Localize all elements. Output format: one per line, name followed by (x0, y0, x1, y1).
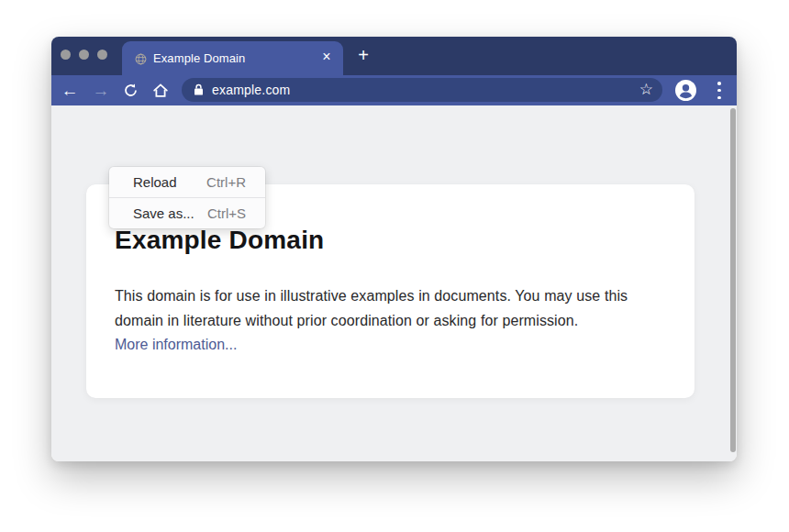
bookmark-star-icon[interactable]: ☆ (639, 81, 653, 99)
lock-icon (194, 83, 204, 100)
window-zoom-button[interactable] (97, 50, 107, 60)
page-title: Example Domain (115, 226, 324, 255)
forward-button[interactable]: → (90, 75, 112, 105)
context-menu: Reload Ctrl+R Save as... Ctrl+S (109, 167, 265, 228)
menu-item-reload[interactable]: Reload Ctrl+R (109, 167, 265, 197)
more-information-link[interactable]: More information... (115, 337, 237, 353)
home-icon (152, 83, 169, 98)
menu-item-save-as[interactable]: Save as... Ctrl+S (109, 198, 265, 228)
browser-toolbar: ← → (51, 75, 737, 105)
menu-dot (717, 96, 721, 100)
address-bar[interactable]: example.com ☆ (182, 78, 662, 102)
menu-dot (717, 89, 721, 93)
browser-window: Example Domain × + ← → (51, 37, 737, 461)
reload-button[interactable] (119, 75, 141, 105)
window-titlebar: Example Domain × + (51, 37, 737, 75)
reload-icon (123, 83, 139, 98)
desktop-background: Example Domain × + ← → (0, 0, 789, 532)
window-close-button[interactable] (61, 50, 71, 60)
menu-dot (717, 82, 721, 85)
tab-close-icon[interactable]: × (318, 49, 335, 65)
vertical-scrollbar[interactable] (730, 108, 736, 452)
tab-title: Example Domain (153, 51, 245, 65)
page-paragraph: This domain is for use in illustrative e… (115, 283, 628, 333)
browser-menu-icon[interactable] (716, 82, 723, 99)
menu-item-shortcut: Ctrl+S (207, 205, 246, 221)
home-button[interactable] (150, 75, 172, 105)
forward-arrow-icon: → (93, 82, 110, 99)
url-text[interactable]: example.com (212, 83, 290, 97)
profile-avatar-icon[interactable] (674, 79, 697, 102)
back-arrow-icon: ← (61, 82, 79, 99)
page-content: Example Domain This domain is for use in… (51, 105, 737, 461)
window-controls (61, 50, 107, 60)
paragraph-line: This domain is for use in illustrative e… (115, 283, 628, 308)
tab-example-domain[interactable]: Example Domain × (122, 41, 343, 75)
menu-item-shortcut: Ctrl+R (206, 174, 246, 190)
paragraph-line: domain in literature without prior coord… (115, 308, 628, 333)
favicon-globe-icon (135, 52, 147, 64)
back-button[interactable]: ← (59, 75, 81, 105)
window-minimize-button[interactable] (79, 50, 89, 60)
menu-item-label: Save as... (133, 205, 194, 221)
new-tab-button[interactable]: + (351, 44, 375, 68)
menu-item-label: Reload (133, 174, 177, 190)
